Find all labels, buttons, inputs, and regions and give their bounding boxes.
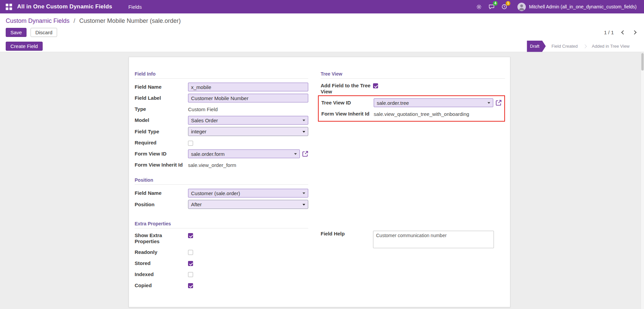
activities-clock-icon[interactable]: 1 bbox=[501, 3, 508, 10]
field-name-input[interactable] bbox=[188, 83, 308, 91]
form-view-inherit-id-value: sale.view_order_form bbox=[188, 162, 236, 168]
section-tree-view: Tree View bbox=[321, 71, 505, 79]
readonly-label: Readonly bbox=[135, 249, 188, 255]
position-field-name-row: Field Name Customer (sale.order) bbox=[135, 189, 308, 197]
required-checkbox[interactable] bbox=[188, 141, 193, 146]
chevron-down-icon bbox=[303, 120, 305, 121]
field-label-row: Field Label bbox=[135, 94, 308, 102]
breadcrumb-current: Customer Mobile Number (sale.order) bbox=[79, 17, 181, 24]
position-field-name-select-value: Customer (sale.order) bbox=[191, 190, 240, 196]
add-field-tree-checkbox[interactable] bbox=[373, 83, 378, 88]
position-field-name-label: Field Name bbox=[135, 190, 188, 196]
readonly-row: Readonly bbox=[135, 249, 308, 256]
activities-badge: 1 bbox=[506, 1, 510, 6]
readonly-checkbox[interactable] bbox=[188, 250, 193, 255]
pager-next-icon[interactable] bbox=[632, 30, 637, 35]
section-extra-properties: Extra Properties bbox=[135, 221, 308, 228]
form-view-inherit-id-row: Form View Inherit Id sale.view_order_for… bbox=[135, 161, 308, 169]
form-sheet: Field Info Field Name Field Label Type C… bbox=[129, 57, 510, 307]
pager: 1 / 1 bbox=[604, 30, 636, 35]
control-panel: Custom Dynamic Fields / Customer Mobile … bbox=[0, 13, 644, 41]
position-select-value: After bbox=[191, 202, 202, 207]
tree-form-view-inherit-id-value: sale.view_quotation_tree_with_onboarding bbox=[374, 111, 469, 117]
content-area: Field Info Field Name Field Label Type C… bbox=[0, 52, 644, 309]
chevron-down-icon bbox=[488, 102, 490, 104]
discard-button[interactable]: Discard bbox=[31, 28, 57, 37]
save-button[interactable]: Save bbox=[6, 28, 27, 37]
chevron-down-icon bbox=[303, 204, 305, 206]
form-view-id-select[interactable]: sale.order.form bbox=[188, 149, 300, 158]
actions-row: Save Discard 1 / 1 bbox=[6, 28, 636, 37]
breadcrumb-separator: / bbox=[74, 17, 75, 24]
messages-badge: 4 bbox=[493, 1, 498, 6]
external-link-icon[interactable] bbox=[496, 100, 502, 106]
field-type-select[interactable]: integer bbox=[188, 127, 308, 136]
messages-icon[interactable]: 4 bbox=[488, 3, 495, 10]
vertical-scrollbar[interactable] bbox=[641, 53, 644, 309]
chevron-down-icon bbox=[303, 192, 305, 194]
statusbar-row: Create Field Draft Field Created Added i… bbox=[0, 41, 644, 52]
chevron-down-icon bbox=[294, 153, 297, 155]
form-view-inherit-id-label: Form View Inherit Id bbox=[135, 162, 188, 168]
statusbar-stage-field-created[interactable]: Field Created bbox=[546, 41, 583, 52]
type-label: Type bbox=[135, 106, 188, 112]
type-row: Type Custom Field bbox=[135, 105, 308, 114]
menu-item-fields[interactable]: Fields bbox=[126, 1, 144, 13]
top-navbar: All in One Custom Dynamic Fields Fields … bbox=[0, 0, 644, 13]
field-help-textarea[interactable]: Customer communication number bbox=[373, 231, 494, 248]
user-menu[interactable]: Mitchell Admin (all_in_one_dynamic_custo… bbox=[517, 3, 637, 11]
stored-row: Stored bbox=[135, 260, 308, 267]
field-name-row: Field Name bbox=[135, 83, 308, 91]
form-view-id-select-value: sale.order.form bbox=[191, 151, 225, 157]
breadcrumb-parent-link[interactable]: Custom Dynamic Fields bbox=[6, 17, 70, 24]
field-type-select-value: integer bbox=[191, 129, 206, 134]
field-help-row: Field Help Customer communication number bbox=[321, 231, 505, 248]
pager-previous-icon[interactable] bbox=[621, 30, 626, 35]
add-field-tree-label: Add Field to the Tree View bbox=[321, 83, 373, 95]
indexed-row: Indexed bbox=[135, 271, 308, 278]
show-extra-properties-row: Show Extra Properties bbox=[135, 232, 308, 245]
statusbar-stage-added-in-tree-view[interactable]: Added in Tree View bbox=[586, 41, 636, 52]
form-view-id-label: Form View ID bbox=[135, 151, 188, 157]
statusbar-stage-draft[interactable]: Draft bbox=[527, 41, 546, 52]
position-select[interactable]: After bbox=[188, 200, 308, 209]
type-value: Custom Field bbox=[188, 106, 218, 112]
pager-counter: 1 / 1 bbox=[604, 30, 614, 35]
show-extra-properties-label: Show Extra Properties bbox=[135, 232, 188, 245]
stored-label: Stored bbox=[135, 260, 188, 266]
annotation-highlight-box: Tree View ID sale.order.tree Form View I bbox=[318, 95, 505, 122]
section-position: Position bbox=[135, 177, 308, 185]
stored-checkbox[interactable] bbox=[188, 261, 193, 266]
scrollbar-thumb[interactable] bbox=[641, 53, 644, 71]
model-select-value: Sales Order bbox=[191, 118, 218, 123]
create-field-button[interactable]: Create Field bbox=[6, 42, 43, 51]
model-label: Model bbox=[135, 117, 188, 123]
user-name: Mitchell Admin (all_in_one_dynamic_custo… bbox=[529, 4, 637, 9]
field-name-label: Field Name bbox=[135, 84, 188, 90]
external-link-icon[interactable] bbox=[302, 151, 308, 157]
tree-view-id-label: Tree View ID bbox=[321, 100, 374, 106]
position-field-name-select[interactable]: Customer (sale.order) bbox=[188, 189, 308, 197]
apps-grid-icon[interactable] bbox=[5, 3, 13, 11]
position-row: Position After bbox=[135, 200, 308, 209]
tree-form-view-inherit-id-row: Form View Inherit Id sale.view_quotation… bbox=[321, 109, 502, 118]
model-select[interactable]: Sales Order bbox=[188, 116, 308, 125]
statusbar: Draft Field Created Added in Tree View bbox=[527, 41, 644, 52]
right-column: Tree View Add Field to the Tree View Tre… bbox=[321, 71, 505, 294]
form-view-id-row: Form View ID sale.order.form bbox=[135, 149, 308, 158]
copied-label: Copied bbox=[135, 282, 188, 289]
add-field-tree-row: Add Field to the Tree View bbox=[321, 83, 505, 95]
gear-icon[interactable] bbox=[475, 3, 482, 10]
tree-view-id-select-value: sale.order.tree bbox=[377, 100, 409, 106]
field-label-label: Field Label bbox=[135, 95, 188, 101]
field-label-input[interactable] bbox=[188, 94, 308, 102]
tree-view-id-select[interactable]: sale.order.tree bbox=[374, 98, 493, 107]
chevron-down-icon bbox=[303, 131, 305, 133]
indexed-checkbox[interactable] bbox=[188, 272, 193, 277]
copied-checkbox[interactable] bbox=[188, 283, 193, 288]
section-field-info: Field Info bbox=[135, 71, 308, 79]
required-label: Required bbox=[135, 140, 188, 146]
show-extra-properties-checkbox[interactable] bbox=[188, 233, 193, 238]
model-row: Model Sales Order bbox=[135, 116, 308, 125]
avatar bbox=[517, 3, 526, 11]
